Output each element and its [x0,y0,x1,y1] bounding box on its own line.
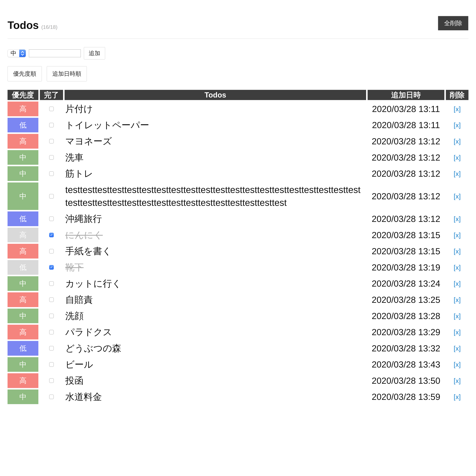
todo-added-datetime: 2020/03/28 13:15 [368,244,444,258]
delete-todo-link[interactable]: [x] [454,154,461,161]
add-todo-button[interactable]: 追加 [84,47,105,59]
checkbox-cell: ✓ [40,211,63,226]
table-row: 中✓洗顔2020/03/28 13:28[x] [8,309,468,323]
todo-checkbox[interactable]: ✓ [49,378,54,383]
new-todo-input[interactable] [29,49,81,57]
delete-cell: [x] [446,150,468,165]
todo-checkbox[interactable]: ✓ [49,216,54,221]
priority-badge: 高 [8,373,38,388]
checkbox-cell: ✓ [40,276,63,291]
priority-badge: 高 [8,134,38,149]
todo-added-datetime: 2020/03/28 13:11 [368,118,444,133]
checkbox-cell: ✓ [40,260,63,275]
todo-checkbox[interactable]: ✓ [49,233,54,237]
delete-todo-link[interactable]: [x] [454,247,461,255]
checkbox-cell: ✓ [40,118,63,133]
todo-checkbox[interactable]: ✓ [49,249,54,254]
table-row: 中✓testtesttesttesttesttesttesttesttestte… [8,183,468,210]
todo-text: 片付け [65,102,366,116]
page-title-text: Todos [8,19,39,31]
todo-checkbox[interactable]: ✓ [49,171,54,176]
delete-todo-link[interactable]: [x] [454,328,461,336]
delete-todo-link[interactable]: [x] [454,192,461,200]
priority-badge: 中 [8,309,38,323]
priority-badge: 中 [8,390,38,404]
delete-todo-link[interactable]: [x] [454,137,461,145]
todo-added-datetime: 2020/03/28 13:12 [368,211,444,226]
delete-todo-link[interactable]: [x] [454,393,461,401]
table-row: 高✓手紙を書く2020/03/28 13:15[x] [8,244,468,258]
delete-todo-link[interactable]: [x] [454,344,461,352]
todo-checkbox[interactable]: ✓ [49,281,54,286]
table-row: 中✓ビール2020/03/28 13:43[x] [8,357,468,372]
priority-badge: 低 [8,341,38,356]
todo-checkbox[interactable]: ✓ [49,194,54,199]
header-added: 追加日時 [368,90,444,100]
table-row: 高✓パラドクス2020/03/28 13:29[x] [8,325,468,340]
checkbox-cell: ✓ [40,341,63,356]
delete-todo-link[interactable]: [x] [454,215,461,222]
todo-text: ビール [65,357,366,372]
table-header-row: 優先度 完了 Todos 追加日時 削除 [8,90,468,100]
delete-todo-link[interactable]: [x] [454,264,461,271]
checkbox-cell: ✓ [40,166,63,181]
priority-badge: 中 [8,276,38,291]
todo-count: (16/18) [41,24,57,30]
priority-select[interactable]: 中 [8,50,26,57]
todo-text: 筋トレ [65,166,366,181]
delete-cell: [x] [446,211,468,226]
todo-checkbox[interactable]: ✓ [49,297,54,302]
delete-todo-link[interactable]: [x] [454,361,461,368]
todo-checkbox[interactable]: ✓ [49,123,54,127]
todo-text: 自賠責 [65,292,366,307]
sort-by-added-button[interactable]: 追加日時順 [47,66,87,81]
sort-by-priority-button[interactable]: 優先度順 [8,66,42,81]
todo-text: トイレットペーパー [65,118,366,133]
todo-checkbox[interactable]: ✓ [49,346,54,351]
todo-text: 洗顔 [65,309,366,323]
priority-badge: 高 [8,228,38,242]
todo-checkbox[interactable]: ✓ [49,265,54,270]
todo-added-datetime: 2020/03/28 13:12 [368,134,444,149]
todo-text: マヨネーズ [65,134,366,149]
todo-checkbox[interactable]: ✓ [49,106,54,111]
todo-checkbox[interactable]: ✓ [49,330,54,334]
delete-cell: [x] [446,102,468,116]
todo-added-datetime: 2020/03/28 13:11 [368,102,444,116]
checkbox-cell: ✓ [40,325,63,340]
todo-checkbox[interactable]: ✓ [49,394,54,399]
page: Todos(16/18) 全削除 中 追加 優先度順 追加日時順 優先度 [0,0,476,406]
delete-todo-link[interactable]: [x] [454,377,461,384]
checkbox-cell: ✓ [40,244,63,258]
delete-todo-link[interactable]: [x] [454,312,461,320]
todo-checkbox[interactable]: ✓ [49,139,54,144]
priority-badge: 高 [8,102,38,116]
todo-text: にんにく [65,228,366,242]
checkbox-cell: ✓ [40,134,63,149]
todo-checkbox[interactable]: ✓ [49,314,54,318]
delete-cell: [x] [446,228,468,242]
delete-todo-link[interactable]: [x] [454,170,461,177]
priority-badge: 高 [8,292,38,307]
header-delete: 削除 [446,90,468,100]
checkbox-cell: ✓ [40,183,63,210]
sort-buttons: 優先度順 追加日時順 [8,66,470,81]
priority-select-value: 中 [8,50,19,57]
delete-todo-link[interactable]: [x] [454,231,461,239]
delete-todo-link[interactable]: [x] [454,296,461,304]
checkbox-cell: ✓ [40,357,63,372]
todo-text: 沖縄旅行 [65,211,366,226]
delete-all-button[interactable]: 全削除 [438,16,468,31]
todo-added-datetime: 2020/03/28 13:24 [368,276,444,291]
todo-checkbox[interactable]: ✓ [49,362,54,367]
table-row: 低✓どうぶつの森2020/03/28 13:32[x] [8,341,468,356]
todo-added-datetime: 2020/03/28 13:43 [368,357,444,372]
todo-added-datetime: 2020/03/28 13:25 [368,292,444,307]
delete-todo-link[interactable]: [x] [454,280,461,287]
todo-added-datetime: 2020/03/28 13:29 [368,325,444,340]
checkbox-cell: ✓ [40,102,63,116]
delete-todo-link[interactable]: [x] [454,121,461,129]
delete-todo-link[interactable]: [x] [454,105,461,113]
todo-text: testtesttesttesttesttesttesttesttesttest… [65,183,366,210]
todo-checkbox[interactable]: ✓ [49,155,54,160]
